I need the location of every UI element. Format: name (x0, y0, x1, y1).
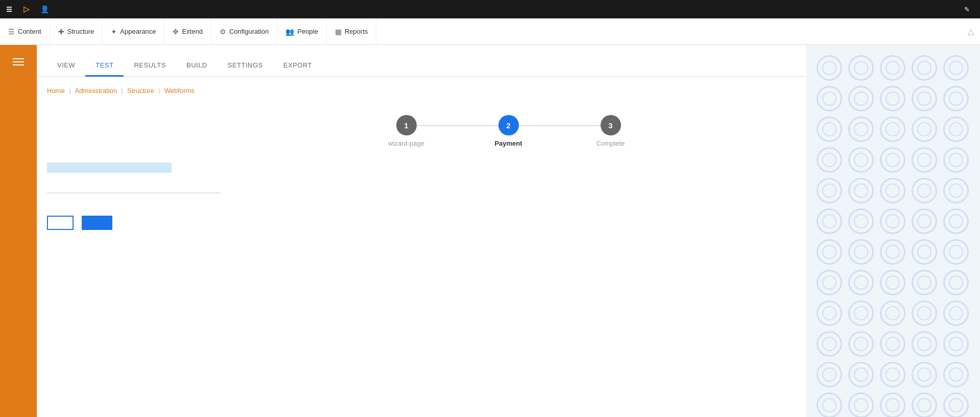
structure-label: Structure (67, 28, 94, 35)
sidebar-hamburger[interactable] (8, 53, 29, 71)
breadcrumb-administration[interactable]: Administration (75, 87, 117, 95)
civicrm-icon: ▷ (23, 5, 30, 14)
appearance-icon: ✦ (111, 28, 117, 36)
form-divider (47, 193, 221, 193)
menu-item-people[interactable]: 👥 People (277, 18, 326, 44)
step-label-3: Complete (596, 140, 625, 147)
step-circle-1: 1 (396, 115, 417, 135)
sidebar (0, 45, 37, 417)
tab-view[interactable]: VIEW (47, 55, 85, 77)
breadcrumb-home[interactable]: Home (47, 87, 65, 95)
form-area (37, 157, 384, 240)
edit-area: ✎ (964, 6, 974, 13)
admin-menu: ☰ Content ✚ Structure ✦ Appearance ✥ Ext… (0, 18, 980, 45)
extend-icon: ✥ (173, 28, 179, 36)
menu-item-extend[interactable]: ✥ Extend (164, 18, 211, 44)
wizard-step-2: 2 Payment (458, 115, 560, 147)
submit-button[interactable] (82, 216, 112, 230)
manage-menu[interactable]: ☰ (6, 6, 15, 13)
edit-pencil-icon: ✎ (964, 6, 970, 13)
step-circle-2: 2 (498, 115, 519, 135)
reports-icon: ▦ (335, 28, 342, 36)
buttons-row (47, 205, 374, 230)
total-row (47, 195, 221, 205)
tabs-bar: VIEW TEST RESULTS BUILD SETTINGS EXPORT (37, 55, 980, 77)
tab-settings[interactable]: SETTINGS (218, 55, 273, 77)
config-label: Configuration (229, 28, 269, 35)
hamburger-icon: ☰ (6, 6, 12, 13)
people-label: People (297, 28, 318, 35)
line-item (47, 182, 221, 191)
tab-test[interactable]: TEST (85, 55, 124, 77)
wizard-step-3: 3 Complete (560, 115, 662, 147)
donate-header (47, 163, 172, 173)
tab-export[interactable]: EXPORT (273, 55, 322, 77)
wizard-steps: 1 wizard-page 2 Payment 3 Complete (37, 100, 980, 157)
breadcrumb-sep-3: 〉 (158, 87, 160, 95)
menu-item-reports[interactable]: ▦ Reports (327, 18, 377, 44)
people-icon: 👥 (285, 28, 294, 36)
content-icon: ☰ (8, 28, 15, 36)
breadcrumb-webforms[interactable]: Webforms (164, 87, 195, 95)
menu-item-content[interactable]: ☰ Content (0, 18, 50, 44)
structure-icon: ✚ (58, 28, 64, 36)
step-label-1: wizard-page (388, 140, 424, 147)
tab-results[interactable]: RESULTS (124, 55, 176, 77)
step-label-2: Payment (494, 140, 522, 147)
previous-page-button[interactable] (47, 216, 74, 230)
breadcrumb-sep-2: 〉 (121, 87, 123, 95)
extend-label: Extend (182, 28, 202, 35)
reports-label: Reports (345, 28, 368, 35)
wizard-step-1: 1 wizard-page (355, 115, 458, 147)
user-menu[interactable]: 👤 (40, 5, 52, 13)
breadcrumb: Home 〉 Administration 〉 Structure 〉 Webf… (37, 77, 980, 100)
admin-menu-right: △ (962, 18, 980, 44)
content-label: Content (18, 28, 41, 35)
menu-item-structure[interactable]: ✚ Structure (50, 18, 103, 44)
breadcrumb-structure[interactable]: Structure (127, 87, 154, 95)
breadcrumb-sep-1: 〉 (69, 87, 71, 95)
civicrm-logo[interactable]: ▷ (23, 5, 32, 14)
user-icon: 👤 (40, 5, 49, 13)
page-body: VIEW TEST RESULTS BUILD SETTINGS EXPORT … (0, 45, 980, 417)
main-content: VIEW TEST RESULTS BUILD SETTINGS EXPORT … (37, 45, 980, 417)
menu-item-appearance[interactable]: ✦ Appearance (103, 18, 164, 44)
top-nav: ☰ ▷ 👤 ✎ (0, 0, 980, 18)
collapse-icon: △ (968, 27, 974, 36)
config-icon: ⚙ (220, 28, 226, 36)
tab-build[interactable]: BUILD (176, 55, 218, 77)
appearance-label: Appearance (120, 28, 156, 35)
step-circle-3: 3 (601, 115, 621, 135)
menu-item-configuration[interactable]: ⚙ Configuration (211, 18, 277, 44)
